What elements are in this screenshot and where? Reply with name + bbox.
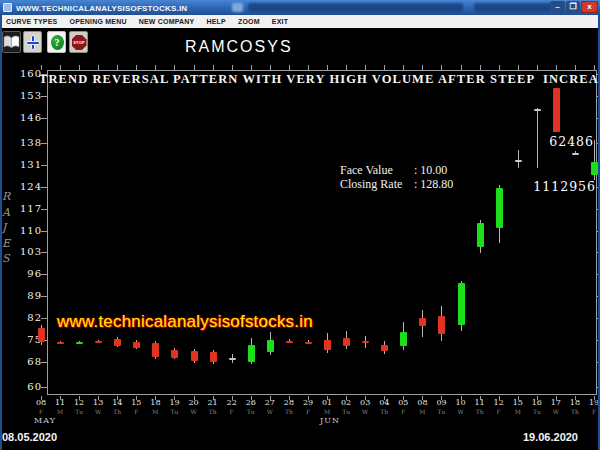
x-axis-dow: Th: [471, 408, 489, 415]
face-value-label: Face Value: [340, 164, 414, 178]
close-button[interactable]: x: [581, 1, 598, 13]
x-axis-label: 05: [394, 398, 412, 407]
x-tick-top: [327, 65, 328, 70]
x-axis-dow: Tu: [432, 408, 450, 415]
y-axis-label: 153: [8, 90, 42, 101]
x-axis-label: 09: [432, 398, 450, 407]
x-axis-dow: M: [509, 408, 527, 415]
y-tick-left: [41, 296, 47, 297]
side-watermark-char: S: [2, 252, 10, 265]
titlebar-blur-decoration: [248, 3, 463, 12]
x-axis-label: 27: [261, 398, 279, 407]
x-tick-top: [518, 65, 519, 70]
y-axis-label: 146: [8, 112, 42, 123]
y-axis-label: 131: [8, 159, 42, 170]
menu-exit[interactable]: EXIT: [266, 18, 294, 25]
menu-new-company[interactable]: NEW COMPANY: [133, 18, 201, 25]
question-mark-icon: ?: [51, 35, 64, 50]
x-axis-label: 10: [452, 398, 470, 407]
menu-curve-types[interactable]: CURVE TYPES: [0, 18, 63, 25]
x-axis-label: 03: [356, 398, 374, 407]
book-icon: [3, 32, 20, 52]
x-axis-label: 20: [185, 398, 203, 407]
x-tick-top: [422, 65, 423, 70]
x-tick-top: [155, 65, 156, 70]
y-tick-left: [41, 74, 47, 75]
titlebar-blur-decoration: [474, 3, 562, 12]
candle-8: [191, 351, 198, 361]
candle-14: [305, 342, 312, 344]
x-tick-top: [194, 65, 195, 70]
menu-help[interactable]: HELP: [200, 18, 231, 25]
x-axis-dow: Th: [108, 408, 126, 415]
y-axis-label: 110: [8, 225, 42, 236]
x-axis-dow: W: [452, 408, 470, 415]
x-axis-dow: F: [32, 408, 50, 415]
x-tick-top: [213, 65, 214, 70]
x-axis-dow: Th: [280, 408, 298, 415]
y-axis-label: 96: [8, 268, 42, 279]
stop-button[interactable]: STOP: [69, 31, 88, 53]
volume-annotation-top: 62486: [509, 134, 594, 149]
x-axis-dow: F: [299, 408, 317, 415]
window-frame-left: [0, 15, 2, 450]
x-axis-label: 28: [280, 398, 298, 407]
y-tick-left: [41, 165, 47, 166]
candle-29: [591, 162, 598, 175]
x-tick-top: [461, 65, 462, 70]
x-tick-top: [270, 65, 271, 70]
x-axis-label: 21: [204, 398, 222, 407]
stop-sign-icon: STOP: [72, 35, 87, 50]
window-title: WWW.TECHNICALANALYSISOFSTOCKS.IN: [16, 4, 187, 13]
x-axis-label: 01: [318, 398, 336, 407]
x-tick-top: [251, 65, 252, 70]
candle-6: [152, 343, 159, 357]
book-button[interactable]: [2, 31, 21, 53]
x-axis-dow: Tu: [70, 408, 88, 415]
candle-0: [38, 328, 45, 342]
x-axis-dow: Th: [566, 408, 584, 415]
x-tick-top: [79, 65, 80, 70]
x-tick-top: [403, 65, 404, 70]
x-axis-label: 16: [528, 398, 546, 407]
x-axis-dow: W: [185, 408, 203, 415]
menu-opening-menu[interactable]: OPENING MENU: [63, 18, 132, 25]
chart-area: TREND REVERSAL PATTERN WITH VERY HIGH VO…: [0, 60, 600, 450]
side-watermark-char: R: [2, 190, 10, 203]
x-tick-top: [480, 65, 481, 70]
candle-16: [343, 338, 350, 346]
x-axis-month: MAY: [34, 416, 56, 425]
x-axis-dow: Tu: [242, 408, 260, 415]
side-watermark-char: E: [2, 237, 10, 250]
minimize-button[interactable]: –: [550, 1, 565, 13]
start-date: 08.05.2020: [2, 431, 57, 443]
x-axis-dow: Tu: [528, 408, 546, 415]
y-tick-left: [41, 362, 47, 363]
end-date: 19.06.2020: [500, 431, 578, 443]
candle-4: [114, 339, 121, 346]
x-axis-label: 26: [242, 398, 260, 407]
x-tick-top: [136, 65, 137, 70]
face-value-value: : 10.00: [414, 163, 447, 177]
x-axis-dow: Th: [375, 408, 393, 415]
x-axis-label: 29: [299, 398, 317, 407]
add-button[interactable]: [23, 31, 42, 53]
x-tick-top: [594, 65, 595, 70]
menu-bar: CURVE TYPES OPENING MENU NEW COMPANY HEL…: [0, 15, 600, 28]
candle-13: [286, 341, 293, 343]
candle-10: [229, 358, 236, 360]
x-axis-dow: M: [413, 408, 431, 415]
x-tick-top: [575, 65, 576, 70]
candle-17: [362, 341, 369, 343]
x-axis-label: 04: [375, 398, 393, 407]
x-axis-dow: M: [146, 408, 164, 415]
candle-7: [171, 350, 178, 358]
x-axis-dow: Tu: [337, 408, 355, 415]
maximize-button[interactable]: ❐: [566, 1, 580, 13]
candle-5: [133, 342, 140, 348]
menu-zoom[interactable]: ZOOM: [232, 18, 266, 25]
x-axis-label: 12: [490, 398, 508, 407]
x-axis-dow: M: [51, 408, 69, 415]
help-button[interactable]: ?: [47, 31, 66, 53]
y-tick-left: [41, 209, 47, 210]
